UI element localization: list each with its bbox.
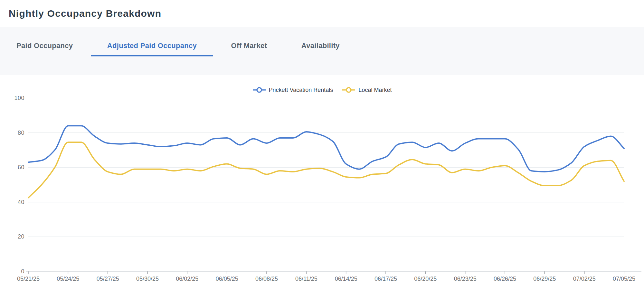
- widget-header: Nightly Occupancy Breakdown: [0, 0, 644, 27]
- svg-text:06/20/25: 06/20/25: [414, 276, 437, 282]
- legend-item-local-market[interactable]: Local Market: [342, 87, 392, 93]
- svg-text:06/08/25: 06/08/25: [255, 276, 278, 282]
- svg-text:40: 40: [18, 199, 24, 205]
- svg-text:05/27/25: 05/27/25: [97, 276, 119, 282]
- page-title: Nightly Occupancy Breakdown: [9, 8, 161, 19]
- svg-text:80: 80: [18, 130, 24, 136]
- svg-text:06/14/25: 06/14/25: [335, 276, 357, 282]
- svg-text:06/29/25: 06/29/25: [533, 276, 556, 282]
- line-series-marker-icon: [252, 87, 266, 93]
- legend-label: Local Market: [358, 87, 392, 93]
- svg-text:07/02/25: 07/02/25: [573, 276, 596, 282]
- svg-text:07/05/25: 07/05/25: [613, 276, 635, 282]
- svg-text:05/24/25: 05/24/25: [57, 276, 79, 282]
- svg-text:60: 60: [18, 164, 24, 171]
- svg-text:20: 20: [18, 233, 24, 240]
- svg-text:0: 0: [21, 268, 24, 275]
- svg-text:06/02/25: 06/02/25: [176, 276, 198, 282]
- tab-availability[interactable]: Availability: [285, 41, 356, 56]
- svg-text:06/17/25: 06/17/25: [374, 276, 397, 282]
- page: { "page": { "title": "Nightly Occupancy …: [0, 0, 644, 293]
- legend-label: Prickett Vacation Rentals: [269, 87, 333, 93]
- svg-text:06/23/25: 06/23/25: [454, 276, 477, 282]
- occupancy-chart: Prickett Vacation Rentals Local Market 0…: [0, 75, 644, 293]
- svg-text:100: 100: [14, 95, 24, 101]
- svg-text:06/26/25: 06/26/25: [494, 276, 516, 282]
- line-chart-plot-area[interactable]: 02040608010005/21/2505/24/2505/27/2505/3…: [0, 75, 644, 293]
- legend-item-prickett-vacation-rentals[interactable]: Prickett Vacation Rentals: [252, 87, 333, 93]
- svg-text:06/05/25: 06/05/25: [216, 276, 238, 282]
- svg-text:05/30/25: 05/30/25: [136, 276, 159, 282]
- tab-adjusted-paid-occupancy[interactable]: Adjusted Paid Occupancy: [91, 41, 213, 56]
- svg-text:06/11/25: 06/11/25: [295, 276, 317, 282]
- svg-text:05/21/25: 05/21/25: [17, 276, 40, 282]
- tab-off-market[interactable]: Off Market: [215, 41, 284, 56]
- chart-legend: Prickett Vacation Rentals Local Market: [0, 86, 644, 94]
- tab-bar: Paid Occupancy Adjusted Paid Occupancy O…: [0, 27, 644, 75]
- line-series-marker-icon: [342, 87, 355, 93]
- tab-paid-occupancy[interactable]: Paid Occupancy: [0, 41, 89, 56]
